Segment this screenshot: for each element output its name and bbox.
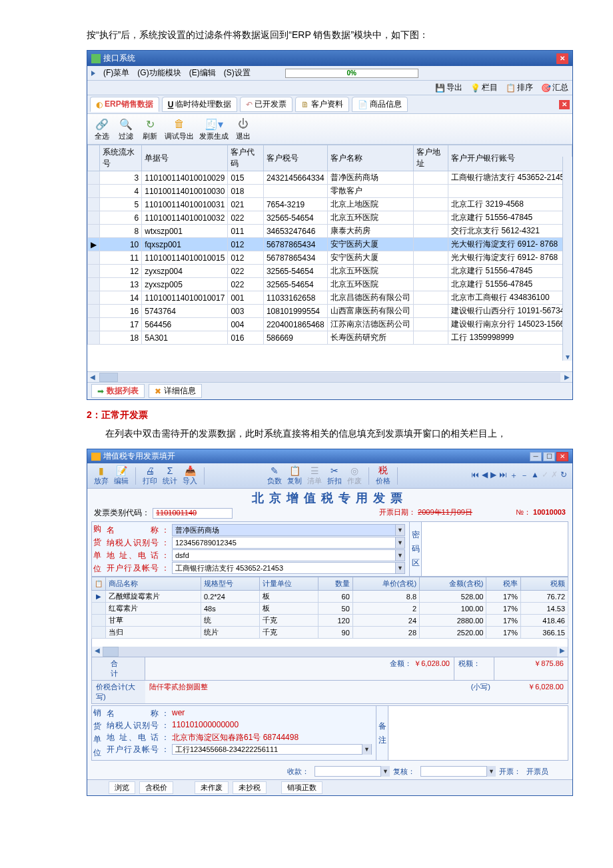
item-col-header[interactable]: 税额 xyxy=(521,577,568,591)
debug-export-button[interactable]: 🗑调试导出 xyxy=(165,117,194,141)
nav-last[interactable]: ⏭ xyxy=(499,470,507,481)
item-col-header[interactable]: 单价(含税) xyxy=(352,577,419,591)
payee-select[interactable]: ▼ xyxy=(314,766,388,777)
table-row[interactable]: 4110100114010010030018零散客户 xyxy=(88,185,572,198)
item-col-header[interactable]: 商品名称 xyxy=(106,577,201,591)
menu-setting[interactable]: (S)设置 xyxy=(224,67,251,79)
menu-file[interactable]: (F)菜单 xyxy=(103,67,129,79)
copy-button[interactable]: 📋复制 xyxy=(286,465,303,486)
nav-refresh[interactable]: ↻ xyxy=(560,470,567,481)
table-row[interactable]: 1411010011401001001700111033162658北京昌德医药… xyxy=(88,291,572,305)
forward-icon[interactable] xyxy=(91,71,95,76)
scroll-right-arrow[interactable]: ▶ xyxy=(562,373,572,381)
dropdown-icon[interactable]: ▼ xyxy=(362,744,371,755)
table-row[interactable]: 51101001140100100310217654-3219北京上地医院北京工… xyxy=(88,198,572,211)
tab-temp[interactable]: U 临时待处理数据 xyxy=(162,97,238,112)
nav-prev[interactable]: ◀ xyxy=(482,470,488,481)
item-col-header[interactable]: 规格型号 xyxy=(201,577,260,591)
buyer-tax-input[interactable]: 123456789012345▼ xyxy=(172,537,405,549)
exit-button[interactable]: ⏻退出 xyxy=(234,117,253,141)
tab-customer[interactable]: 🗎 客户资料 xyxy=(295,97,349,112)
nav-cancel[interactable]: ✗ xyxy=(551,470,558,481)
nav-ok[interactable]: ✓ xyxy=(542,470,548,481)
code-value[interactable]: 1101001140 xyxy=(153,508,233,519)
table-row[interactable]: 12zyxszp00402232565-54654北京五环医院北京建行 5155… xyxy=(88,265,572,278)
col-header[interactable]: 客户名称 xyxy=(327,145,413,171)
close-button[interactable]: ✕ xyxy=(556,452,568,461)
nav-next[interactable]: ▶ xyxy=(490,470,496,481)
void-button[interactable]: ◎作废 xyxy=(346,465,363,486)
table-row[interactable]: ▶10fqxszp00101256787865434安宁医药大厦光大银行海淀支行… xyxy=(88,238,572,251)
table-row[interactable]: 31101001140100100290152432145664334普净医药商… xyxy=(88,171,572,185)
item-col-header[interactable]: 计量单位 xyxy=(260,577,318,591)
nav-plus[interactable]: ＋ xyxy=(510,470,518,481)
table-row[interactable]: 1111010011401001001501256787865434安宁医药大厦… xyxy=(88,251,572,265)
seller-bank-input[interactable]: 工行123455668-234222256111▼ xyxy=(172,744,372,755)
nav-first[interactable]: ⏮ xyxy=(471,470,479,481)
col-header[interactable]: 单据号 xyxy=(142,145,228,171)
col-header[interactable]: 客户地址 xyxy=(413,145,448,171)
table-row[interactable]: 611010011401001003202232565-54654北京五环医院北… xyxy=(88,211,572,225)
menu-edit[interactable]: (E)编辑 xyxy=(189,67,216,79)
items-h-scroll[interactable]: ◀▶ xyxy=(92,647,568,657)
horizontal-scrollbar[interactable]: ◀ ▶ xyxy=(87,371,572,382)
table-row[interactable]: 185A301016586669长寿医药研究所工行 1359998999 xyxy=(88,331,572,345)
dropdown-icon[interactable]: ▼ xyxy=(395,525,404,535)
dropdown-icon[interactable]: ▼ xyxy=(395,563,404,573)
tab-erp[interactable]: ◐ERP销售数据 xyxy=(90,97,159,112)
items-table[interactable]: 📋商品名称规格型号计量单位数量单价(含税)金额(含税)税率税额▶乙酰螺旋霉素片0… xyxy=(91,577,568,639)
item-row[interactable]: 红霉素片48s板502100.0017%14.53 xyxy=(92,603,568,615)
buyer-addr-input[interactable]: dsfd▼ xyxy=(172,549,405,561)
item-col-header[interactable]: 数量 xyxy=(318,577,353,591)
tab-goods[interactable]: 📄 商品信息 xyxy=(352,97,408,112)
nav-minus[interactable]: － xyxy=(520,470,528,481)
table-row[interactable]: 175644560042204001865468江苏南京洁德医药公司建设银行南京… xyxy=(88,318,572,331)
export-button[interactable]: 💾 导出 xyxy=(435,82,462,93)
select-all-button[interactable]: 🔗全选 xyxy=(93,117,111,141)
item-row[interactable]: 甘草统千克120242880.0017%418.46 xyxy=(92,615,568,627)
summary-button[interactable]: 🎯 汇总 xyxy=(541,82,568,93)
maximize-button[interactable]: ☐ xyxy=(543,452,555,461)
table-row[interactable]: 8wtxszp00101134653247646康泰大药房交行北京支行 5612… xyxy=(88,225,572,238)
columns-button[interactable]: 💡 栏目 xyxy=(470,82,498,93)
minimize-button[interactable]: ─ xyxy=(530,452,542,461)
data-grid[interactable]: 系统流水号单据号客户代码客户税号客户名称客户地址客户开户银行账号31101001… xyxy=(87,145,572,371)
discard-button[interactable]: ▮放弃 xyxy=(93,465,110,486)
review-select[interactable]: ▼ xyxy=(420,766,494,777)
item-row[interactable]: ▶乙酰螺旋霉素片0.2*24板608.8528.0017%76.72 xyxy=(92,591,568,603)
item-col-header[interactable]: 税率 xyxy=(486,577,521,591)
list-button[interactable]: ☰清单 xyxy=(306,465,323,486)
remark-area[interactable] xyxy=(388,706,568,760)
dropdown-icon[interactable]: ▼ xyxy=(395,550,404,561)
vertical-scrollbar[interactable]: ▼ xyxy=(562,157,572,361)
menu-func[interactable]: (G)功能模块 xyxy=(137,67,181,79)
import-button[interactable]: 📥导入 xyxy=(181,465,199,486)
generate-invoice-button[interactable]: 🧾▾发票生成 xyxy=(199,117,229,141)
stats-button[interactable]: Σ统计 xyxy=(161,465,179,486)
item-col-header[interactable]: 金额(含税) xyxy=(420,577,486,591)
bottom-tab-detail[interactable]: ✖详细信息 xyxy=(149,384,202,398)
print-button[interactable]: 🖨打印 xyxy=(141,465,159,486)
close-button[interactable]: ✕ xyxy=(556,53,568,64)
col-header[interactable]: 客户税号 xyxy=(263,145,327,171)
table-row[interactable]: 13zyxszp00502232565-54654北京五环医院北京建行 5155… xyxy=(88,278,572,291)
edit-button[interactable]: 📝编辑 xyxy=(113,465,130,486)
tab-invoiced[interactable]: ↶ 已开发票 xyxy=(240,97,293,112)
buyer-bank-input[interactable]: 工商银行塘沽支行 453652-21453▼ xyxy=(172,562,405,574)
negative-button[interactable]: ✎负数 xyxy=(266,465,283,486)
scroll-left-arrow[interactable]: ◀ xyxy=(87,373,98,381)
tab-close-button[interactable]: ✕ xyxy=(559,100,570,109)
filter-button[interactable]: 🔍过滤 xyxy=(117,117,135,141)
dropdown-icon[interactable]: ▼ xyxy=(395,537,404,548)
nav-up[interactable]: ▲ xyxy=(531,470,539,481)
refresh-button[interactable]: ↻刷新 xyxy=(141,117,159,141)
table-row[interactable]: 165743764003108101999554山西富康医药有限公司建设银行山西… xyxy=(88,305,572,318)
item-row[interactable]: 当归统片千克90282520.0017%366.15 xyxy=(92,627,568,639)
price-button[interactable]: 税价格 xyxy=(374,465,392,486)
bottom-tab-list[interactable]: ➡数据列表 xyxy=(91,384,145,398)
col-header[interactable]: 客户代码 xyxy=(228,145,264,171)
discount-button[interactable]: ✂折扣 xyxy=(326,465,343,486)
sort-button[interactable]: 📋 排序 xyxy=(506,82,533,93)
col-header[interactable]: 客户开户银行账号 xyxy=(448,145,572,171)
buyer-name-input[interactable]: 普净医药商场▼ xyxy=(172,524,405,536)
